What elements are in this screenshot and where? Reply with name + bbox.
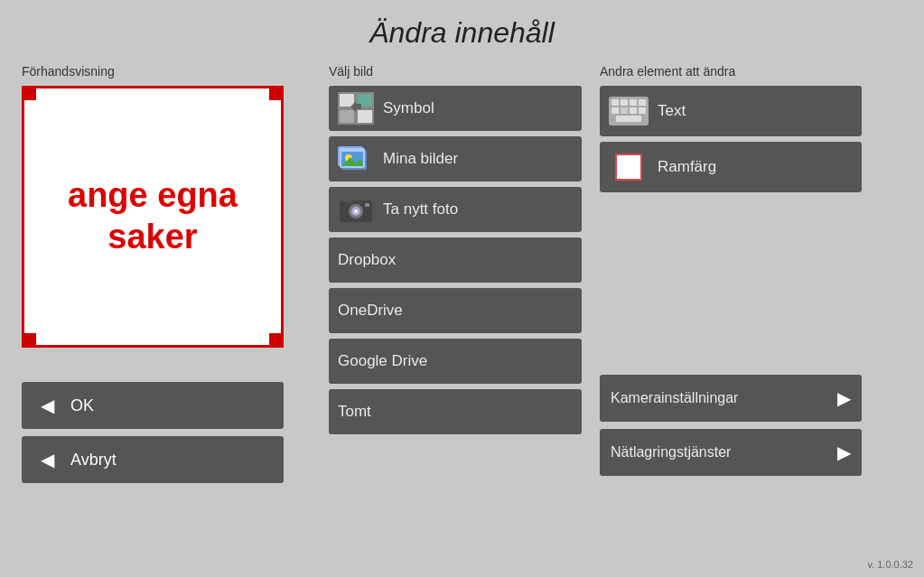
svg-rect-19	[611, 99, 619, 106]
svg-rect-24	[621, 107, 628, 114]
ta-nytt-foto-icon	[338, 192, 374, 227]
svg-rect-4	[358, 110, 372, 123]
middle-column: Välj bild image Symbol	[329, 64, 582, 483]
ta-nytt-foto-button[interactable]: Ta nytt foto	[329, 187, 582, 232]
mina-bilder-label: Mina bilder	[383, 150, 458, 168]
ok-label: OK	[70, 396, 94, 415]
cancel-label: Avbryt	[70, 451, 117, 470]
svg-rect-1	[340, 94, 354, 107]
dropbox-label: Dropbox	[338, 251, 396, 269]
onedrive-button[interactable]: OneDrive	[329, 288, 582, 333]
ta-nytt-foto-label: Ta nytt foto	[383, 200, 458, 219]
symbol-icon: image	[338, 91, 374, 126]
ramfarg-icon	[609, 147, 649, 187]
natlagring-button[interactable]: Nätlagringstjänster ▶	[600, 429, 862, 476]
right-column: Andra element att ändra	[600, 64, 862, 483]
right-spacer	[600, 198, 862, 375]
preview-label: Förhandsvisning	[22, 64, 115, 79]
svg-rect-22	[639, 99, 646, 106]
svg-point-16	[354, 209, 358, 213]
andra-element-label: Andra element att ändra	[600, 64, 862, 79]
google-drive-label: Google Drive	[338, 352, 427, 370]
natlagring-label: Nätlagringstjänster	[611, 444, 731, 461]
symbol-label: Symbol	[383, 99, 434, 117]
ok-button[interactable]: ◀ OK	[22, 382, 284, 429]
vaelj-bild-label: Välj bild	[329, 64, 582, 79]
preview-box: ange egna saker	[22, 86, 284, 348]
ok-arrow-icon: ◀	[33, 391, 61, 420]
svg-rect-17	[365, 203, 369, 207]
left-bottom-buttons: ◀ OK ◀ Avbryt	[22, 382, 284, 483]
corner-tr	[269, 86, 284, 100]
kamerainst-button[interactable]: Kamerainställningar ▶	[600, 375, 862, 422]
tomt-button[interactable]: Tomt	[329, 389, 582, 434]
text-button-label: Text	[658, 102, 686, 120]
mina-bilder-button[interactable]: Mina bilder	[329, 136, 582, 181]
ramfarg-box	[615, 154, 642, 181]
ramfarg-label: Ramfärg	[658, 158, 716, 176]
ramfarg-button[interactable]: Ramfärg	[600, 142, 862, 192]
svg-rect-26	[639, 107, 646, 114]
mina-bilder-icon	[338, 142, 374, 176]
tomt-label: Tomt	[338, 403, 371, 421]
kamerainst-label: Kamerainställningar	[611, 390, 738, 406]
page-title: Ändra innehåll	[0, 0, 924, 60]
cancel-button[interactable]: ◀ Avbryt	[22, 436, 284, 483]
svg-rect-23	[611, 107, 619, 114]
svg-rect-21	[630, 99, 637, 106]
kamerainst-arrow-icon: ▶	[837, 387, 851, 409]
keyboard-icon	[609, 91, 649, 131]
cancel-arrow-icon: ◀	[33, 445, 61, 474]
svg-rect-3	[340, 110, 354, 123]
google-drive-button[interactable]: Google Drive	[329, 339, 582, 384]
natlagring-arrow-icon: ▶	[837, 442, 851, 463]
onedrive-label: OneDrive	[338, 302, 403, 320]
left-column: Förhandsvisning ange egna saker ◀ OK ◀ A…	[22, 64, 311, 483]
version-text: v. 1.0.0.32	[867, 559, 913, 570]
dropbox-button[interactable]: Dropbox	[329, 237, 582, 283]
svg-rect-20	[621, 99, 628, 106]
svg-rect-25	[630, 107, 637, 114]
symbol-button[interactable]: image Symbol	[329, 86, 582, 131]
preview-text: ange egna saker	[24, 175, 281, 257]
corner-bl	[22, 333, 36, 348]
svg-rect-27	[616, 116, 641, 122]
text-button[interactable]: Text	[600, 86, 862, 136]
svg-rect-13	[343, 197, 352, 202]
